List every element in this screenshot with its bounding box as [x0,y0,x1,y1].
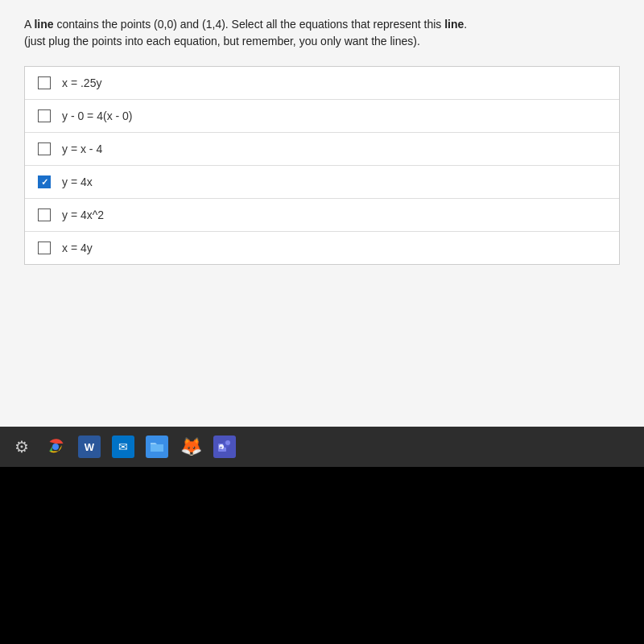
option-label-1: x = .25y [62,76,101,89]
option-label-2: y - 0 = 4(x - 0) [62,109,133,122]
checkbox-5[interactable] [38,208,51,221]
taskbar-firefox-icon[interactable]: 🦊 [175,431,206,462]
option-label-4: y = 4x [62,175,93,188]
svg-point-0 [52,444,59,450]
svg-point-3 [225,440,230,445]
mail-icon: ✉ [112,436,134,458]
checkbox-4[interactable] [38,175,51,188]
taskbar: ⚙ W ✉ 🦊 T [0,427,644,467]
option-row-2[interactable]: y - 0 = 4(x - 0) [25,100,619,133]
option-label-3: y = x - 4 [62,142,102,155]
gear-icon: ⚙ [14,437,29,456]
main-content: A line contains the points (0,0) and (1,… [0,0,644,427]
checkbox-2[interactable] [38,109,51,122]
question-text: A line contains the points (0,0) and (1,… [24,16,620,50]
taskbar-mail-icon[interactable]: ✉ [108,431,138,462]
checkbox-3[interactable] [38,142,51,155]
taskbar-folder-icon[interactable] [142,431,172,462]
option-label-5: y = 4x^2 [62,208,104,221]
black-area [0,467,644,644]
option-row-1[interactable]: x = .25y [25,67,619,100]
option-label-6: x = 4y [62,242,93,254]
word-icon: W [78,436,101,458]
option-row-4[interactable]: y = 4x [25,166,619,199]
option-row-5[interactable]: y = 4x^2 [25,199,619,232]
option-row-3[interactable]: y = x - 4 [25,133,619,166]
option-row-6[interactable]: x = 4y [25,232,619,264]
checkbox-1[interactable] [38,76,51,89]
taskbar-settings-icon[interactable]: ⚙ [6,431,37,462]
chrome-icon [46,437,65,456]
checkbox-6[interactable] [38,242,51,254]
question-line1: A line contains the points (0,0) and (1,… [24,18,467,31]
taskbar-chrome-icon[interactable] [40,431,71,462]
svg-text:T: T [220,446,223,451]
firefox-icon: 🦊 [180,436,202,457]
question-line2: (just plug the points into each equation… [24,35,420,47]
teams-icon: T [213,436,236,458]
folder-icon [146,436,168,458]
options-container: x = .25yy - 0 = 4(x - 0)y = x - 4y = 4xy… [24,66,620,265]
taskbar-word-icon[interactable]: W [74,431,105,462]
taskbar-teams-icon[interactable]: T [209,431,240,462]
